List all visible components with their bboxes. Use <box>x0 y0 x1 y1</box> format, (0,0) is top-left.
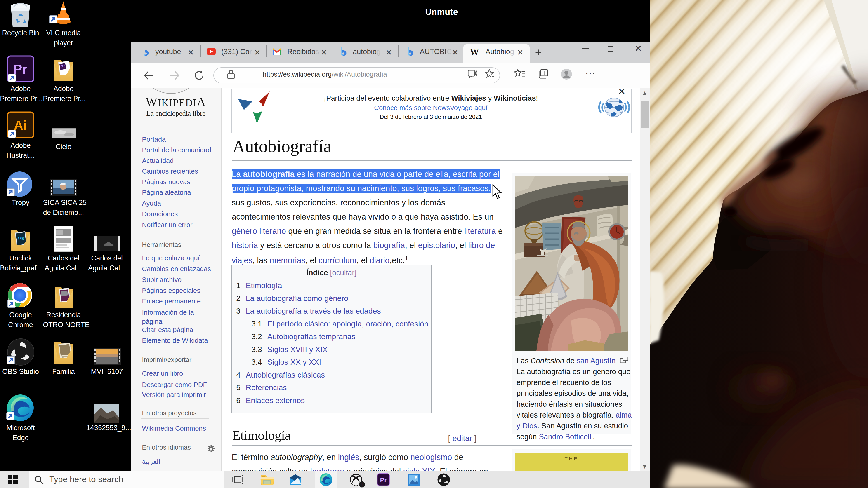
svg-text:Pr: Pr <box>380 477 387 484</box>
svg-text:Pr: Pr <box>60 64 65 69</box>
svg-text:1: 1 <box>361 482 363 487</box>
svg-text:Ps: Ps <box>18 235 24 241</box>
svg-text:Ai: Ai <box>14 118 27 132</box>
